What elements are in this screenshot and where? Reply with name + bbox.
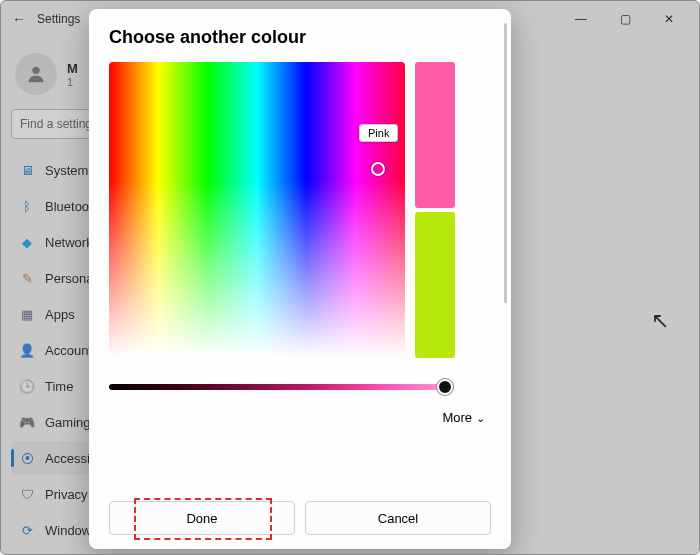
sidebar-item-label: Gaming xyxy=(45,415,91,430)
color-picker-dialog: Choose another colour Pink More⌄ Done Ca… xyxy=(89,9,511,549)
accessibility-icon: ⦿ xyxy=(19,450,35,466)
bluetooth-icon: ᛒ xyxy=(19,198,35,214)
accounts-icon: 👤 xyxy=(19,342,35,358)
time-icon: 🕒 xyxy=(19,378,35,394)
gaming-icon: 🎮 xyxy=(19,414,35,430)
privacy-icon: 🛡 xyxy=(19,486,35,502)
profile-name: M xyxy=(67,61,78,76)
chevron-down-icon: ⌄ xyxy=(476,412,485,424)
svg-point-0 xyxy=(32,67,39,74)
more-toggle[interactable]: More⌄ xyxy=(109,410,491,425)
color-tooltip: Pink xyxy=(359,124,398,142)
sidebar-item-label: Apps xyxy=(45,307,75,322)
sidebar-item-label: Time xyxy=(45,379,73,394)
preview-old xyxy=(415,212,455,358)
cursor-icon: ↖ xyxy=(651,308,669,334)
maximize-button[interactable]: ▢ xyxy=(603,4,647,34)
cancel-button[interactable]: Cancel xyxy=(305,501,491,535)
value-slider[interactable] xyxy=(109,384,449,390)
minimize-button[interactable]: — xyxy=(559,4,603,34)
close-button[interactable]: ✕ xyxy=(647,4,691,34)
scrollbar[interactable] xyxy=(504,23,507,303)
sidebar-item-label: System xyxy=(45,163,88,178)
slider-thumb[interactable] xyxy=(437,379,453,395)
preview-new xyxy=(415,62,455,208)
network-icon: ◆ xyxy=(19,234,35,250)
sidebar-item-label: Privacy xyxy=(45,487,88,502)
windows update-icon: ⟳ xyxy=(19,522,35,538)
profile-sub: 1 xyxy=(67,76,78,88)
system-icon: 🖥 xyxy=(19,162,35,178)
sidebar-item-label: Network xyxy=(45,235,93,250)
back-icon[interactable]: ← xyxy=(9,11,29,27)
spectrum-cursor[interactable] xyxy=(371,162,385,176)
avatar xyxy=(15,53,57,95)
window-title: Settings xyxy=(37,12,80,26)
dialog-title: Choose another colour xyxy=(109,27,491,48)
done-button[interactable]: Done xyxy=(109,501,295,535)
apps-icon: ▦ xyxy=(19,306,35,322)
color-spectrum[interactable]: Pink xyxy=(109,62,405,358)
personalization-icon: ✎ xyxy=(19,270,35,286)
